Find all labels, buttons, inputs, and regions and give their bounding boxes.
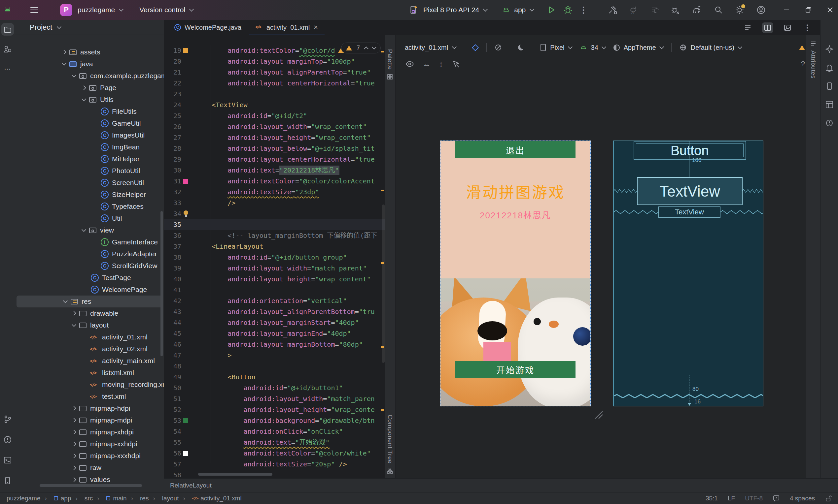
code-line[interactable]: 42 android:orientation="vertical" bbox=[164, 295, 384, 306]
tree-item[interactable]: mipmap-mdpi bbox=[15, 414, 164, 426]
code-line[interactable]: 26 android:layout_width="wrap_content" bbox=[164, 121, 384, 132]
code-line[interactable]: 46 android:layout_marginBottom="80dp" bbox=[164, 339, 384, 350]
code-line[interactable]: 36 <!-- layout_marginBottom 下偏移的值(距下 bbox=[164, 230, 384, 241]
more-run-options-icon[interactable]: ⋮ bbox=[579, 5, 588, 15]
account-icon[interactable] bbox=[756, 5, 766, 15]
code-line[interactable]: 23 bbox=[164, 89, 384, 100]
code-line[interactable]: 22 android:layout_centerHorizontal="true bbox=[164, 78, 384, 89]
gradle-sync-icon[interactable] bbox=[692, 5, 702, 15]
code-line[interactable]: 32 android:textSize="23dp" bbox=[164, 187, 384, 198]
tree-chevron-icon[interactable] bbox=[92, 179, 100, 187]
tree-item[interactable]: TestPage bbox=[15, 272, 164, 284]
tree-chevron-icon[interactable] bbox=[82, 381, 90, 389]
gemini-button[interactable] bbox=[825, 45, 834, 53]
code-line[interactable]: 34 bbox=[164, 209, 384, 219]
editor-options-icon[interactable]: ⋮ bbox=[802, 22, 813, 33]
tree-item[interactable]: values bbox=[15, 474, 164, 484]
tree-chevron-icon[interactable] bbox=[70, 309, 78, 317]
blueprint-view[interactable]: 100 TextView TextView Button Button Butt… bbox=[613, 141, 764, 407]
app-insights-button[interactable] bbox=[825, 119, 834, 127]
tree-chevron-icon[interactable] bbox=[92, 262, 100, 270]
tree-chevron-icon[interactable] bbox=[82, 286, 90, 293]
tree-chevron-icon[interactable] bbox=[70, 416, 78, 424]
tree-chevron-icon[interactable] bbox=[82, 369, 90, 377]
tree-item[interactable]: GameInterface bbox=[15, 236, 164, 248]
tree-item[interactable]: listxml.xml bbox=[15, 367, 164, 379]
locale-selector[interactable]: Default (en-us) bbox=[680, 44, 741, 52]
project-name[interactable]: puzzlegame bbox=[78, 6, 115, 14]
code-line[interactable]: 21 android:layout_alignParentTop="true" bbox=[164, 67, 384, 78]
tree-chevron-icon[interactable] bbox=[92, 167, 100, 175]
view-options-icon[interactable] bbox=[406, 60, 414, 68]
split-view-icon[interactable] bbox=[762, 22, 773, 33]
breadcrumb-item[interactable]: res bbox=[127, 495, 149, 502]
version-control-button[interactable] bbox=[1, 413, 14, 426]
tree-item[interactable]: raw bbox=[15, 462, 164, 474]
blueprint-button[interactable]: Button bbox=[634, 141, 746, 160]
tree-chevron-icon[interactable] bbox=[82, 345, 90, 353]
code-line[interactable]: 35 bbox=[164, 219, 384, 230]
code-line[interactable]: 24 <TextView bbox=[164, 100, 384, 110]
project-chevron-icon[interactable] bbox=[119, 7, 123, 12]
project-horizontal-scrollbar[interactable] bbox=[40, 484, 142, 487]
tree-item[interactable]: moving_recording.xml bbox=[15, 379, 164, 391]
inspections-widget[interactable]: 7 bbox=[341, 42, 381, 53]
tree-chevron-icon[interactable] bbox=[82, 393, 90, 400]
vcs-chevron-icon[interactable] bbox=[189, 7, 194, 12]
tree-chevron-icon[interactable] bbox=[92, 250, 100, 258]
editor-vertical-scrollbar[interactable] bbox=[382, 204, 384, 363]
preview-button[interactable]: 开始游戏 bbox=[455, 361, 576, 378]
code-line[interactable]: 58 bbox=[164, 470, 384, 478]
resource-manager-button[interactable] bbox=[1, 43, 14, 55]
breadcrumb-item[interactable]: main bbox=[93, 495, 127, 502]
tree-item[interactable]: Typefaces bbox=[15, 200, 164, 212]
attributes-tab[interactable]: Attributes bbox=[809, 51, 817, 78]
palette-tab[interactable]: Palette bbox=[384, 49, 395, 80]
code-line[interactable]: 49 <Button bbox=[164, 372, 384, 383]
tree-item[interactable]: WelcomePage bbox=[15, 284, 164, 295]
inspections-status-icon[interactable] bbox=[773, 495, 780, 502]
terminal-button[interactable] bbox=[1, 454, 14, 466]
code-line[interactable]: 41 bbox=[164, 285, 384, 295]
tree-chevron-icon[interactable] bbox=[80, 96, 88, 104]
code-view-icon[interactable] bbox=[742, 22, 753, 33]
maximize-icon[interactable] bbox=[805, 6, 811, 13]
code-line[interactable]: 40 android:layout_height="wrap_content" bbox=[164, 274, 384, 285]
code-line[interactable]: 51 android:layout_width="match_paren bbox=[164, 394, 384, 404]
tree-chevron-icon[interactable] bbox=[92, 143, 100, 151]
tree-chevron-icon[interactable] bbox=[92, 202, 100, 211]
tree-chevron-icon[interactable] bbox=[70, 72, 78, 80]
code-line[interactable]: 56 android:textColor="@color/white" bbox=[164, 448, 384, 459]
tree-item[interactable]: MiHelper bbox=[15, 153, 164, 165]
tree-item[interactable]: PhotoUtil bbox=[15, 165, 164, 177]
design-surface-icon[interactable] bbox=[472, 44, 479, 51]
build-icon[interactable] bbox=[608, 5, 617, 15]
code-area[interactable]: 19 android:textColor="@color/d 20 androi… bbox=[164, 45, 384, 478]
code-line[interactable]: 44 android:layout_marginStart="40dp" bbox=[164, 317, 384, 328]
tree-item[interactable]: com.example.puzzlegame bbox=[15, 70, 164, 82]
breadcrumb-item[interactable]: puzzlegame bbox=[6, 495, 40, 502]
breadcrumb-item[interactable]: src bbox=[71, 495, 93, 502]
preview-button[interactable]: 退出 bbox=[455, 141, 576, 158]
indent-config[interactable]: 4 spaces bbox=[790, 495, 815, 502]
minimize-icon[interactable] bbox=[783, 6, 790, 13]
code-line[interactable]: 28 android:layout_below="@+id/splash_tit bbox=[164, 143, 384, 154]
tree-chevron-icon[interactable] bbox=[60, 48, 68, 56]
code-line[interactable]: 50 android:id="@+id/button1" bbox=[164, 383, 384, 394]
breadcrumb-item[interactable]: layout bbox=[149, 495, 178, 502]
settings-icon[interactable] bbox=[735, 5, 744, 15]
tree-item[interactable]: activity_02.xml bbox=[15, 343, 164, 355]
design-preview[interactable]: 滑动拼图游戏 20212218林思凡 开始游戏 休闲模式 帮助 退出 bbox=[440, 141, 591, 407]
device-selector[interactable]: Pixel 8 Pro API 24 bbox=[423, 6, 479, 14]
code-line[interactable]: 39 android:layout_width="match_parent" bbox=[164, 263, 384, 274]
code-line[interactable]: 29 android:layout_centerHorizontal="true bbox=[164, 154, 384, 165]
canvas-resize-handle-icon[interactable] bbox=[593, 409, 603, 419]
orientation-horizontal-icon[interactable]: ↔ bbox=[423, 59, 430, 69]
tree-chevron-icon[interactable] bbox=[80, 226, 88, 234]
profiler-icon[interactable] bbox=[671, 5, 680, 15]
tree-chevron-icon[interactable] bbox=[62, 298, 69, 305]
code-line[interactable]: 30 android:text="20212218林思凡" bbox=[164, 165, 384, 176]
more-tool-windows-button[interactable]: ⋯ bbox=[1, 63, 14, 75]
code-line[interactable]: 47 > bbox=[164, 350, 384, 361]
help-icon[interactable]: ? bbox=[801, 60, 805, 68]
